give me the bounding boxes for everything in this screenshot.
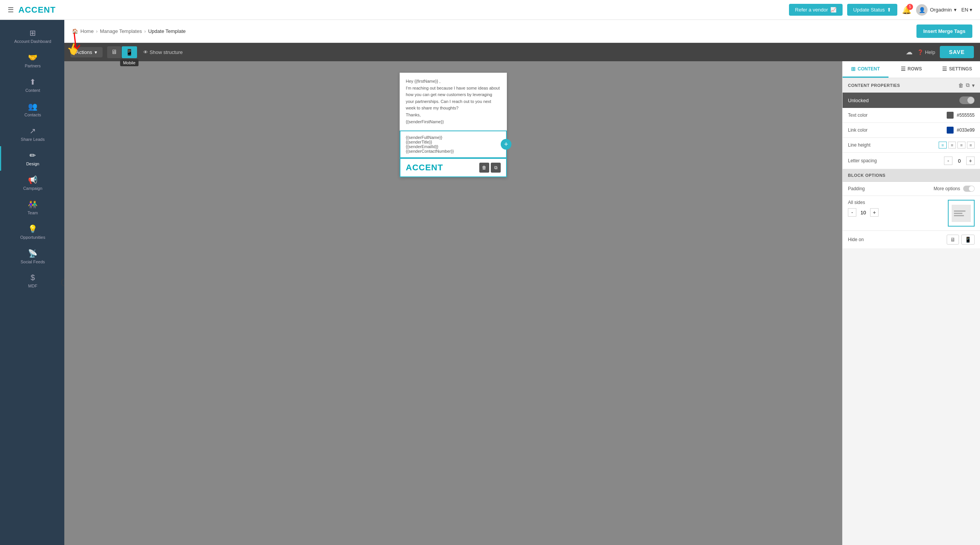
dashboard-icon: ⊞	[29, 28, 36, 38]
main-content: 🏠 Home › Manage Templates › Update Templ…	[64, 20, 557, 311]
contacts-icon: 👥	[28, 102, 38, 111]
block-add-button[interactable]: +	[501, 139, 511, 150]
email-text-block[interactable]: Hey {{firstName}} , I'm reaching out bec…	[400, 73, 507, 131]
hamburger-icon[interactable]: ☰	[8, 6, 14, 14]
mobile-view-button[interactable]: 📱	[122, 46, 137, 58]
show-structure-button[interactable]: 👁 Show structure	[143, 49, 183, 55]
sidebar-item-team[interactable]: 👫 Team	[0, 195, 64, 220]
design-icon: ✏	[29, 151, 36, 160]
block-actions: 🗑 ⧉	[479, 163, 501, 173]
sidebar-item-content[interactable]: ⬆ Content	[0, 73, 64, 97]
email-sender-first: {{senderFirstName}}	[406, 119, 501, 126]
sidebar-item-campaign[interactable]: 📢 Campaign	[0, 171, 64, 195]
email-thanks: Thanks,	[406, 112, 501, 119]
sidebar-item-social-feeds[interactable]: 📡 Social Feeds	[0, 244, 64, 269]
app-logo: ACCENT	[18, 5, 56, 15]
sidebar-item-opportunities[interactable]: 💡 Opportunities	[0, 220, 64, 244]
breadcrumb-manage-templates[interactable]: Manage Templates	[100, 28, 142, 34]
sidebar-item-design[interactable]: ✏ Design	[0, 146, 64, 171]
sidebar-item-partners[interactable]: 🤝 Partners	[0, 48, 64, 73]
email-logo-block[interactable]: ACCENT 🗑 ⧉	[400, 158, 507, 177]
team-icon: 👫	[28, 200, 38, 209]
actions-button[interactable]: Actions ▾	[70, 47, 103, 57]
sidebar: ⊞ Account Dashboard 🤝 Partners ⬆ Content…	[0, 20, 64, 311]
accent-logo: ACCENT	[406, 163, 443, 173]
email-sender-block[interactable]: {{senderFullName}} {{senderTitle}} {{sen…	[400, 131, 507, 158]
opportunities-icon: 💡	[28, 224, 38, 233]
eye-icon: 👁	[143, 49, 148, 55]
content-icon: ⬆	[29, 77, 36, 86]
mobile-tooltip: Mobile	[120, 59, 138, 66]
editor-body: Hey {{firstName}} , I'm reaching out bec…	[64, 61, 557, 311]
campaign-icon: 📢	[28, 175, 38, 184]
sender-full: {{senderFullName}}	[406, 135, 501, 140]
sidebar-item-account-dashboard[interactable]: ⊞ Account Dashboard	[0, 24, 64, 48]
sidebar-item-mdf[interactable]: $ MDF	[0, 269, 64, 293]
desktop-view-button[interactable]: 🖥	[107, 46, 121, 58]
breadcrumb-home[interactable]: Home	[80, 28, 94, 34]
share-leads-icon: ↗	[29, 126, 36, 135]
email-body: I'm reaching out because I have some ide…	[406, 85, 501, 112]
sender-contact: {{senderContactNumber}}	[406, 149, 501, 153]
partners-icon: 🤝	[28, 53, 38, 62]
device-toggle: 🖥 📱 Mobile	[107, 46, 137, 58]
sender-title: {{senderTitle}}	[406, 140, 501, 144]
mdf-icon: $	[31, 273, 35, 282]
copy-block-button[interactable]: ⧉	[491, 163, 501, 173]
top-navigation: ☰ ACCENT Refer a vendor 📈 Update Status …	[0, 0, 557, 20]
canvas-area: Hey {{firstName}} , I'm reaching out bec…	[64, 61, 557, 311]
sidebar-item-share-leads[interactable]: ↗ Share Leads	[0, 122, 64, 146]
breadcrumb: 🏠 Home › Manage Templates › Update Templ…	[72, 28, 186, 34]
sidebar-item-contacts[interactable]: 👥 Contacts	[0, 97, 64, 122]
editor-toolbar: 👆 Actions ▾ 🖥 📱 Mobile 👁 Show st	[64, 43, 557, 61]
delete-block-button[interactable]: 🗑	[479, 163, 489, 173]
logo-area: ☰ ACCENT	[8, 5, 56, 15]
email-greeting: Hey {{firstName}} ,	[406, 78, 501, 85]
breadcrumb-bar: 🏠 Home › Manage Templates › Update Templ…	[64, 20, 557, 43]
breadcrumb-current: Update Template	[148, 28, 186, 34]
chevron-down-icon: ▾	[95, 49, 97, 55]
sender-email: {{senderEmailId}}	[406, 144, 501, 149]
home-icon: 🏠	[72, 28, 78, 34]
email-canvas: Hey {{firstName}} , I'm reaching out bec…	[400, 73, 507, 177]
social-feeds-icon: 📡	[28, 249, 38, 258]
